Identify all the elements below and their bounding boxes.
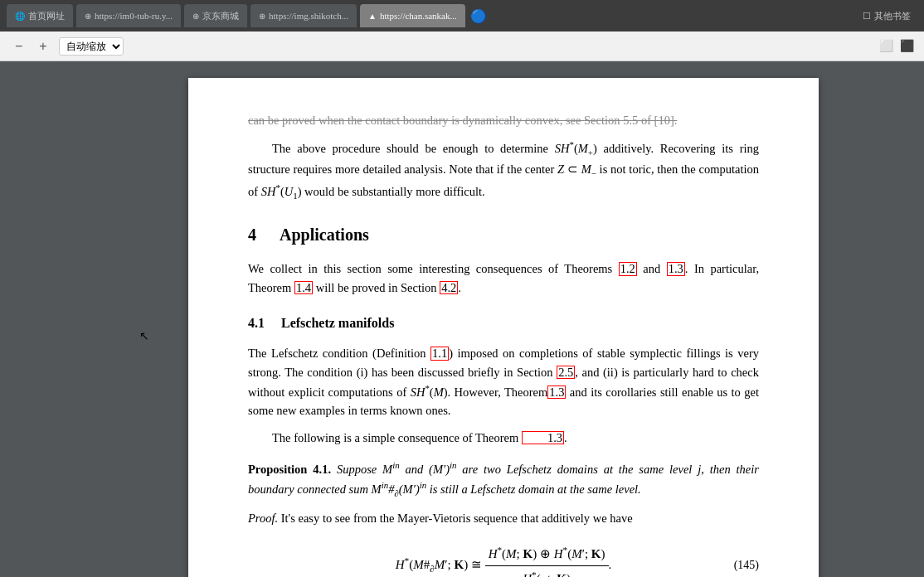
- tab-area: 🌐 首页网址 ⊕ https://im0-tub-ru.y... ⊕ 京东商城 …: [7, 4, 856, 27]
- zoom-out-button[interactable]: −: [10, 37, 27, 56]
- tab-label-2: https://im0-tub-ru.y...: [95, 11, 173, 21]
- section41-title: Lefschetz manifolds: [281, 313, 394, 334]
- other-books-icon: ☐: [863, 11, 871, 22]
- tab-favicon-2: ⊕: [85, 12, 91, 21]
- following-text: The following is a simple consequence of…: [248, 429, 759, 447]
- proof-para: Proof. It's easy to see from the Mayer-V…: [248, 509, 759, 527]
- zoom-select[interactable]: 自动缩放 50% 75% 100% 125% 150%: [59, 37, 124, 56]
- tab-shouye[interactable]: 🌐 首页网址: [7, 4, 73, 27]
- section4-intro: We collect in this section some interest…: [248, 259, 759, 297]
- equation-145: H*(M#∂M′; K) ≅ H*(M; K) ⊕ H*(M′; K) H*(p…: [248, 543, 759, 577]
- equation-fraction: H*(M; K) ⊕ H*(M′; K) H*(pt; K): [485, 543, 609, 577]
- proof-label: Proof.: [248, 512, 278, 525]
- para-sh-star: The above procedure should be enough to …: [248, 138, 759, 202]
- tab-chan[interactable]: ▲ https://chan.sankak...: [360, 4, 465, 27]
- tab-label-5: https://chan.sankak...: [380, 11, 457, 21]
- sidebar: [0, 61, 83, 577]
- section41-number: 4.1: [248, 313, 265, 334]
- ref-def-1.1: 1.1: [430, 347, 449, 361]
- equation-content: H*(M#∂M′; K) ≅ H*(M; K) ⊕ H*(M′; K) H*(p…: [396, 543, 612, 577]
- tab-favicon-4: ⊕: [259, 12, 265, 21]
- ref-1.4: 1.4: [294, 281, 313, 295]
- toolbar-icon-2[interactable]: ⬛: [900, 39, 914, 53]
- top-partial-text: can be proved when the contact boundary …: [248, 111, 759, 129]
- toolbar-right: ⬜ ⬛: [879, 39, 914, 53]
- mouse-cursor: ↖: [139, 327, 149, 346]
- document-page: can be proved when the contact boundary …: [188, 78, 819, 577]
- tab-favicon-3: ⊕: [192, 12, 199, 21]
- strikethrough-text: can be proved when the contact boundary …: [248, 114, 677, 127]
- equation-numerator: H*(M; K) ⊕ H*(M′; K): [485, 543, 609, 566]
- toolbar-icon-1[interactable]: ⬜: [879, 39, 893, 53]
- tab-favicon-5: ▲: [368, 12, 377, 21]
- equation-number: (145): [734, 556, 759, 575]
- toolbar: − + 自动缩放 50% 75% 100% 125% 150% ⬜ ⬛: [0, 32, 924, 61]
- main-area: can be proved when the contact boundary …: [0, 61, 924, 577]
- we-have-text: we have: [593, 512, 633, 525]
- doc-container[interactable]: can be proved when the contact boundary …: [83, 61, 924, 577]
- prop-label: Proposition 4.1.: [248, 463, 331, 476]
- proposition-text: Proposition 4.1. Suppose Min and (M′)in …: [248, 458, 759, 501]
- tab-im0[interactable]: ⊕ https://im0-tub-ru.y...: [76, 4, 181, 27]
- ref-2.5: 2.5: [557, 366, 575, 380]
- zoom-in-button[interactable]: +: [34, 37, 51, 56]
- tab-label-3: 京东商城: [202, 10, 239, 22]
- active-tab-icon: 🔵: [470, 8, 487, 24]
- ref-1.3: 1.3: [667, 262, 685, 276]
- ref-4.2: 4.2: [440, 281, 458, 295]
- section4-title: Applications: [280, 222, 369, 248]
- equation-denominator: H*(pt; K): [519, 566, 574, 577]
- other-books-label: 其他书签: [874, 10, 911, 22]
- tab-img[interactable]: ⊕ https://img.shikotch...: [250, 4, 357, 27]
- section4-number: 4: [248, 222, 256, 248]
- section4-heading: 4 Applications: [248, 222, 759, 248]
- browser-bar: 🌐 首页网址 ⊕ https://im0-tub-ru.y... ⊕ 京东商城 …: [0, 0, 924, 32]
- lefschetz-para: The Lefschetz condition (Definition 1.1)…: [248, 344, 759, 420]
- tab-favicon-1: 🌐: [15, 12, 25, 21]
- page-content-wrapper: can be proved when the contact boundary …: [248, 111, 759, 577]
- ref-1.3c: 1.3: [522, 431, 564, 445]
- tab-label-4: https://img.shikotch...: [269, 11, 348, 21]
- other-books[interactable]: ☐ 其他书签: [863, 10, 917, 22]
- ref-1.3b: 1.3: [547, 385, 566, 400]
- tab-jd[interactable]: ⊕ 京东商城: [184, 4, 247, 27]
- tab-label-1: 首页网址: [28, 10, 65, 22]
- proposition-4.1: Proposition 4.1. Suppose Min and (M′)in …: [248, 458, 759, 501]
- ref-1.2: 1.2: [619, 262, 637, 276]
- section41-heading: 4.1 Lefschetz manifolds: [248, 313, 759, 334]
